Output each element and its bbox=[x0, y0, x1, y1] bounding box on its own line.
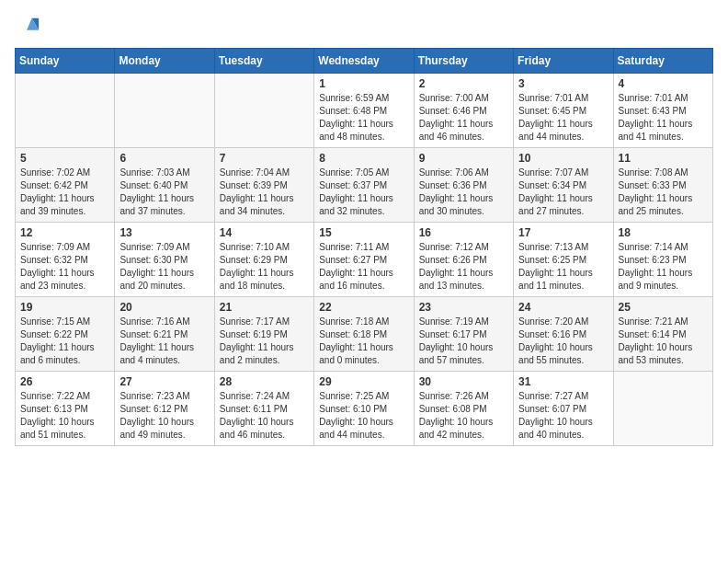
day-info: Sunrise: 7:21 AM Sunset: 6:14 PM Dayligh… bbox=[619, 316, 708, 367]
day-number: 31 bbox=[518, 375, 608, 388]
day-number: 13 bbox=[119, 226, 209, 239]
calendar-cell: 13Sunrise: 7:09 AM Sunset: 6:30 PM Dayli… bbox=[115, 223, 214, 297]
day-number: 22 bbox=[319, 301, 408, 314]
calendar-week-3: 12Sunrise: 7:09 AM Sunset: 6:32 PM Dayli… bbox=[16, 223, 713, 297]
calendar-cell: 6Sunrise: 7:03 AM Sunset: 6:40 PM Daylig… bbox=[115, 148, 214, 223]
logo bbox=[15, 15, 44, 40]
day-number: 20 bbox=[119, 301, 209, 314]
calendar-cell bbox=[214, 74, 313, 148]
day-info: Sunrise: 7:20 AM Sunset: 6:16 PM Dayligh… bbox=[518, 316, 608, 367]
calendar-cell bbox=[613, 372, 712, 446]
day-number: 17 bbox=[518, 226, 608, 239]
day-info: Sunrise: 7:13 AM Sunset: 6:25 PM Dayligh… bbox=[518, 241, 608, 293]
calendar-cell: 7Sunrise: 7:04 AM Sunset: 6:39 PM Daylig… bbox=[214, 148, 313, 223]
calendar-cell: 15Sunrise: 7:11 AM Sunset: 6:27 PM Dayli… bbox=[314, 223, 414, 297]
calendar-cell: 4Sunrise: 7:01 AM Sunset: 6:43 PM Daylig… bbox=[613, 74, 712, 148]
day-number: 2 bbox=[419, 77, 508, 90]
day-info: Sunrise: 7:11 AM Sunset: 6:27 PM Dayligh… bbox=[319, 241, 408, 293]
calendar-header-row: SundayMondayTuesdayWednesdayThursdayFrid… bbox=[16, 49, 713, 74]
day-number: 27 bbox=[119, 375, 209, 388]
day-info: Sunrise: 7:09 AM Sunset: 6:30 PM Dayligh… bbox=[119, 241, 209, 293]
day-info: Sunrise: 7:26 AM Sunset: 6:08 PM Dayligh… bbox=[419, 390, 508, 442]
calendar-cell: 27Sunrise: 7:23 AM Sunset: 6:12 PM Dayli… bbox=[115, 372, 214, 446]
calendar-cell: 12Sunrise: 7:09 AM Sunset: 6:32 PM Dayli… bbox=[16, 223, 115, 297]
day-info: Sunrise: 7:12 AM Sunset: 6:26 PM Dayligh… bbox=[419, 241, 508, 293]
day-info: Sunrise: 7:19 AM Sunset: 6:17 PM Dayligh… bbox=[419, 316, 508, 367]
day-info: Sunrise: 7:04 AM Sunset: 6:39 PM Dayligh… bbox=[220, 167, 309, 218]
calendar-cell: 28Sunrise: 7:24 AM Sunset: 6:11 PM Dayli… bbox=[214, 372, 313, 446]
calendar-week-2: 5Sunrise: 7:02 AM Sunset: 6:42 PM Daylig… bbox=[16, 148, 713, 223]
calendar-cell: 8Sunrise: 7:05 AM Sunset: 6:37 PM Daylig… bbox=[314, 148, 414, 223]
day-number: 9 bbox=[419, 152, 508, 165]
day-number: 15 bbox=[319, 226, 408, 239]
day-info: Sunrise: 7:24 AM Sunset: 6:11 PM Dayligh… bbox=[220, 390, 309, 442]
day-number: 1 bbox=[319, 77, 408, 90]
calendar-header-saturday: Saturday bbox=[613, 49, 712, 74]
calendar-cell: 25Sunrise: 7:21 AM Sunset: 6:14 PM Dayli… bbox=[613, 297, 712, 372]
calendar-cell: 17Sunrise: 7:13 AM Sunset: 6:25 PM Dayli… bbox=[514, 223, 613, 297]
calendar-cell bbox=[115, 74, 214, 148]
day-info: Sunrise: 7:17 AM Sunset: 6:19 PM Dayligh… bbox=[220, 316, 309, 367]
calendar-cell: 19Sunrise: 7:15 AM Sunset: 6:22 PM Dayli… bbox=[16, 297, 115, 372]
calendar-header-monday: Monday bbox=[115, 49, 214, 74]
day-info: Sunrise: 7:05 AM Sunset: 6:37 PM Dayligh… bbox=[319, 167, 408, 218]
calendar-header-sunday: Sunday bbox=[16, 49, 115, 74]
day-number: 10 bbox=[518, 152, 608, 165]
calendar-cell: 26Sunrise: 7:22 AM Sunset: 6:13 PM Dayli… bbox=[16, 372, 115, 446]
day-info: Sunrise: 7:27 AM Sunset: 6:07 PM Dayligh… bbox=[518, 390, 608, 442]
day-number: 18 bbox=[619, 226, 708, 239]
calendar-cell: 5Sunrise: 7:02 AM Sunset: 6:42 PM Daylig… bbox=[16, 148, 115, 223]
day-number: 8 bbox=[319, 152, 408, 165]
day-info: Sunrise: 7:02 AM Sunset: 6:42 PM Dayligh… bbox=[20, 167, 109, 218]
calendar-cell: 30Sunrise: 7:26 AM Sunset: 6:08 PM Dayli… bbox=[414, 372, 513, 446]
day-number: 12 bbox=[20, 226, 109, 239]
day-info: Sunrise: 7:10 AM Sunset: 6:29 PM Dayligh… bbox=[220, 241, 309, 293]
calendar-cell: 20Sunrise: 7:16 AM Sunset: 6:21 PM Dayli… bbox=[115, 297, 214, 372]
day-info: Sunrise: 7:03 AM Sunset: 6:40 PM Dayligh… bbox=[119, 167, 209, 218]
calendar-cell: 31Sunrise: 7:27 AM Sunset: 6:07 PM Dayli… bbox=[514, 372, 613, 446]
day-info: Sunrise: 7:06 AM Sunset: 6:36 PM Dayligh… bbox=[419, 167, 508, 218]
day-number: 26 bbox=[20, 375, 109, 388]
calendar-cell: 3Sunrise: 7:01 AM Sunset: 6:45 PM Daylig… bbox=[514, 74, 613, 148]
day-number: 3 bbox=[518, 77, 608, 90]
day-info: Sunrise: 7:23 AM Sunset: 6:12 PM Dayligh… bbox=[119, 390, 209, 442]
day-info: Sunrise: 7:07 AM Sunset: 6:34 PM Dayligh… bbox=[518, 167, 608, 218]
day-info: Sunrise: 7:09 AM Sunset: 6:32 PM Dayligh… bbox=[20, 241, 109, 293]
day-number: 5 bbox=[20, 152, 109, 165]
day-number: 23 bbox=[419, 301, 508, 314]
day-info: Sunrise: 7:01 AM Sunset: 6:43 PM Dayligh… bbox=[619, 92, 708, 144]
day-number: 28 bbox=[220, 375, 309, 388]
calendar-cell: 11Sunrise: 7:08 AM Sunset: 6:33 PM Dayli… bbox=[613, 148, 712, 223]
calendar-cell: 9Sunrise: 7:06 AM Sunset: 6:36 PM Daylig… bbox=[414, 148, 513, 223]
calendar-header-tuesday: Tuesday bbox=[214, 49, 313, 74]
day-number: 29 bbox=[319, 375, 408, 388]
calendar-cell: 29Sunrise: 7:25 AM Sunset: 6:10 PM Dayli… bbox=[314, 372, 414, 446]
day-info: Sunrise: 7:18 AM Sunset: 6:18 PM Dayligh… bbox=[319, 316, 408, 367]
day-info: Sunrise: 7:25 AM Sunset: 6:10 PM Dayligh… bbox=[319, 390, 408, 442]
day-info: Sunrise: 7:15 AM Sunset: 6:22 PM Dayligh… bbox=[20, 316, 109, 367]
day-number: 30 bbox=[419, 375, 508, 388]
calendar-cell: 10Sunrise: 7:07 AM Sunset: 6:34 PM Dayli… bbox=[514, 148, 613, 223]
day-number: 7 bbox=[220, 152, 309, 165]
calendar-header-friday: Friday bbox=[514, 49, 613, 74]
day-number: 4 bbox=[619, 77, 708, 90]
day-number: 14 bbox=[220, 226, 309, 239]
calendar-week-5: 26Sunrise: 7:22 AM Sunset: 6:13 PM Dayli… bbox=[16, 372, 713, 446]
calendar-cell: 24Sunrise: 7:20 AM Sunset: 6:16 PM Dayli… bbox=[514, 297, 613, 372]
day-info: Sunrise: 7:01 AM Sunset: 6:45 PM Dayligh… bbox=[518, 92, 608, 144]
calendar-cell: 1Sunrise: 6:59 AM Sunset: 6:48 PM Daylig… bbox=[314, 74, 414, 148]
calendar-cell: 16Sunrise: 7:12 AM Sunset: 6:26 PM Dayli… bbox=[414, 223, 513, 297]
calendar-cell bbox=[16, 74, 115, 148]
day-info: Sunrise: 7:08 AM Sunset: 6:33 PM Dayligh… bbox=[619, 167, 708, 218]
day-info: Sunrise: 7:22 AM Sunset: 6:13 PM Dayligh… bbox=[20, 390, 109, 442]
day-number: 24 bbox=[518, 301, 608, 314]
day-info: Sunrise: 7:14 AM Sunset: 6:23 PM Dayligh… bbox=[619, 241, 708, 293]
logo-icon bbox=[15, 15, 40, 40]
calendar-table: SundayMondayTuesdayWednesdayThursdayFrid… bbox=[15, 48, 713, 446]
day-info: Sunrise: 6:59 AM Sunset: 6:48 PM Dayligh… bbox=[319, 92, 408, 144]
calendar-week-1: 1Sunrise: 6:59 AM Sunset: 6:48 PM Daylig… bbox=[16, 74, 713, 148]
calendar-header-wednesday: Wednesday bbox=[314, 49, 414, 74]
page-header bbox=[15, 15, 713, 40]
calendar-cell: 2Sunrise: 7:00 AM Sunset: 6:46 PM Daylig… bbox=[414, 74, 513, 148]
day-info: Sunrise: 7:16 AM Sunset: 6:21 PM Dayligh… bbox=[119, 316, 209, 367]
